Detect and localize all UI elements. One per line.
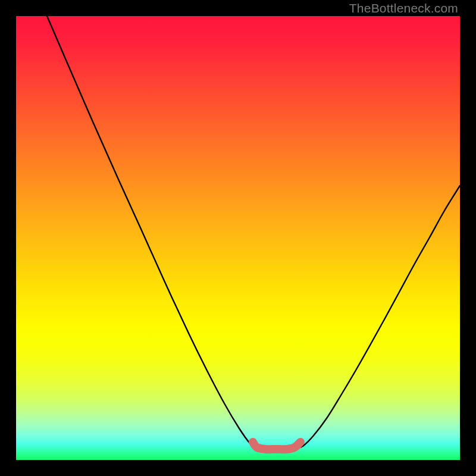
chart-svg <box>16 16 460 460</box>
chart-series-right-curve <box>298 186 460 448</box>
chart-series-valley-segment <box>253 442 300 449</box>
watermark-text: TheBottleneck.com <box>349 1 458 15</box>
chart-plot-area <box>16 16 460 460</box>
chart-series-left-curve <box>47 16 257 448</box>
